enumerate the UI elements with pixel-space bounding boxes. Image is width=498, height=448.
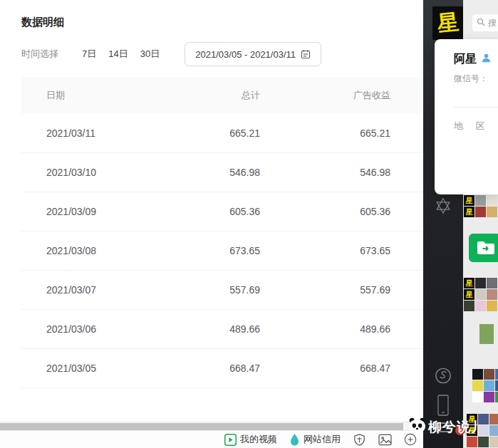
chat-image-thumbnail[interactable] [487,289,497,300]
chat-image-thumbnail[interactable]: 星 [467,414,477,424]
table-row: 2021/03/08 673.65 673.65 [21,231,423,271]
chat-image-thumbnail[interactable]: 星 [467,425,477,436]
time-filter-row: 时间选择 7日 14日 30日 2021/03/05 - 2021/03/11 [21,41,321,67]
chat-image-thumbnail[interactable] [495,380,498,391]
chat-image-thumbnail[interactable] [464,301,474,311]
site-credit-label: 网站信用 [304,433,341,446]
contact-name: 阿星 [454,52,477,67]
chat-image-thumbnail[interactable] [475,289,486,300]
chat-image-thumbnail[interactable] [495,369,498,380]
table-row: 2021/03/09 605.36 605.36 [21,192,423,231]
column-header-ad-revenue: 广告收益 [260,89,423,102]
person-icon [481,53,492,66]
chat-image-thumbnail[interactable] [484,369,494,380]
chat-image-thumbnail[interactable] [487,195,497,206]
contact-avatar[interactable]: 星 [432,6,463,40]
chat-image-thumbnail[interactable] [467,437,477,447]
preset-30days[interactable]: 30日 [140,48,160,61]
chat-image-grid: 星星 [467,414,498,447]
search-icon [477,18,485,28]
data-table: 日期 总计 广告收益 2021/03/11 665.21 665.21 2021… [21,77,423,388]
preset-14days[interactable]: 14日 [108,48,128,61]
chat-image-thumbnail[interactable] [489,437,498,447]
chat-image-thumbnail[interactable] [487,207,497,217]
image-icon[interactable] [378,434,392,446]
wechat-id-label: 微信号： [454,73,488,85]
cell-date: 2021/03/11 [21,127,153,139]
chat-image-thumbnail[interactable] [489,414,498,424]
chat-image-grid [472,369,498,402]
browser-bottom-bar: 我的视频 网站信用 [0,430,423,448]
chat-image-thumbnail[interactable] [489,425,498,436]
column-header-date: 日期 [21,89,153,102]
cell-date: 2021/03/05 [21,363,153,374]
cell-ad-revenue: 489.66 [260,323,423,335]
chat-image-thumbnail[interactable] [472,369,483,380]
cell-total: 557.69 [153,284,260,296]
chat-image-thumbnail[interactable] [478,425,489,436]
chat-image-thumbnail[interactable] [475,301,486,311]
table-row: 2021/03/11 665.21 665.21 [21,114,423,153]
chat-image-thumbnail[interactable] [478,414,489,424]
plus-circle-icon[interactable] [404,433,417,446]
chat-image-grid: 星星 [464,278,497,311]
cell-total: 668.47 [153,363,260,374]
cell-ad-revenue: 546.98 [260,167,423,178]
cell-total: 673.65 [153,245,260,256]
chat-image-thumbnail[interactable] [475,278,486,288]
data-detail-panel: 数据明细 时间选择 7日 14日 30日 2021/03/05 - 2021/0… [0,0,423,448]
preset-7days[interactable]: 7日 [82,48,96,61]
avatar-character: 星 [435,8,460,39]
cell-ad-revenue: 673.65 [260,245,423,256]
folder-arrow-icon [476,240,494,256]
chat-image-thumbnail[interactable] [475,195,486,206]
cell-total: 665.21 [153,127,260,139]
cell-ad-revenue: 665.21 [260,127,423,139]
cell-ad-revenue: 605.36 [260,206,423,217]
screenshot-root: 数据明细 时间选择 7日 14日 30日 2021/03/05 - 2021/0… [0,0,498,448]
chat-image-thumbnail[interactable] [472,392,483,402]
chat-image-thumbnail[interactable] [487,301,497,311]
search-text: 搜 [488,17,497,29]
page-title: 数据明细 [21,16,64,29]
cell-total: 489.66 [153,323,260,335]
menu-hamburger-icon[interactable] [435,422,451,432]
chat-image-thumbnail[interactable] [484,380,494,391]
shield-icon[interactable] [353,433,366,447]
table-row: 2021/03/05 668.47 668.47 [21,349,423,388]
card-divider [454,107,498,108]
chat-search-area: 搜 [463,0,498,39]
contact-name-row: 阿星 [454,52,492,67]
chat-image-thumbnail[interactable] [484,392,494,402]
cell-ad-revenue: 668.47 [260,363,423,374]
chat-image-thumbnail[interactable]: 星 [464,207,474,217]
hexagram-star-icon[interactable] [434,197,452,218]
cell-date: 2021/03/06 [21,323,153,335]
chat-image-thumbnail[interactable] [479,324,494,344]
chat-image-thumbnail[interactable] [472,380,483,391]
chat-image-thumbnail[interactable]: 星 [464,289,474,300]
column-header-total: 总计 [153,89,260,102]
video-channel-icon[interactable] [434,366,453,388]
cell-ad-revenue: 557.69 [260,284,423,296]
my-videos-button[interactable]: 我的视频 [224,433,277,446]
time-filter-label: 时间选择 [21,48,82,61]
region-label: 地 区 [454,120,490,132]
chat-image-thumbnail[interactable] [487,278,497,288]
chat-image-thumbnail[interactable]: 星 [464,195,474,206]
date-range-picker[interactable]: 2021/03/05 - 2021/03/11 [185,42,321,66]
chat-image-thumbnail[interactable] [475,207,486,217]
cell-date: 2021/03/10 [21,167,153,178]
cell-date: 2021/03/08 [21,245,153,256]
table-header-row: 日期 总计 广告收益 [21,77,423,114]
cell-date: 2021/03/09 [21,206,153,217]
chat-image-thumbnail[interactable]: 星 [464,278,474,288]
chat-image-thumbnail[interactable] [495,392,498,402]
phone-icon[interactable] [435,393,452,420]
site-credit-button[interactable]: 网站信用 [289,433,341,446]
video-play-icon [224,434,237,446]
date-range-value: 2021/03/05 - 2021/03/11 [195,49,296,60]
chat-image-thumbnail[interactable] [478,437,489,447]
shared-folder-message[interactable] [469,234,498,262]
search-input[interactable]: 搜 [472,14,498,31]
